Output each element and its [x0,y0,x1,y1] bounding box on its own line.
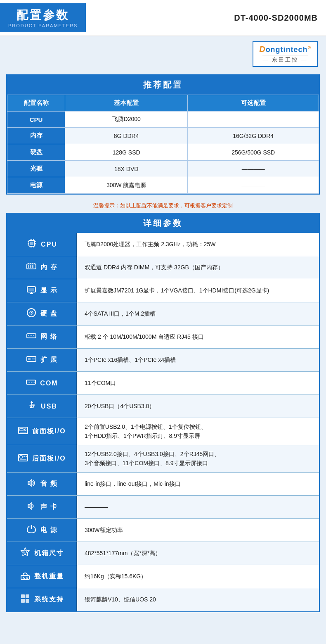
rec-row-name: 光驱 [7,161,65,177]
detail-row: 系统支持 银河麒麟V10、统信UOS 20 [7,588,319,611]
detail-label-expand: 扩 展 [7,349,77,371]
svg-text:KG: KG [23,576,29,580]
power-icon [26,523,37,537]
detail-row: 显 示 扩展景嘉微JM7201 1G显卡，1个VGA接口、1个HDMI接口(可选… [7,279,319,302]
header: 配置参数 PRODUCT PARAMETERS DT-4000-SD2000MB [0,0,326,36]
detail-value-rear: 12个USB2.0接口、4个USB3.0接口、2个RJ45网口、3个音频接口、1… [77,445,319,472]
front-icon [17,425,29,438]
rec-row-optional: 16G/32G DDR4 [188,128,319,144]
cpu-icon [26,238,38,251]
rec-row: 内存 8G DDR4 16G/32G DDR4 [7,128,319,144]
detail-label-usb: USB [7,395,77,418]
mem-icon [26,261,37,274]
svg-rect-1 [30,242,33,245]
rec-row: 光驱 18X DVD ———— [7,161,319,177]
detail-value-chassis: 482*551*177mm（宽*深*高） [77,542,319,565]
detail-row: COM 11个COM口 [7,372,319,395]
rear-icon [17,452,29,466]
logo-subtitle: — 东田工控 — [262,55,307,64]
col-basic: 基本配置 [65,95,188,112]
detail-value-os: 银河麒麟V10、统信UOS 20 [77,588,319,611]
detail-value-usb: 20个USB口（4个USB3.0） [77,395,319,418]
detail-row: CPU 飞腾D2000处理器，工作主频 2.3GHz，功耗：25W [7,233,319,256]
rec-row: 电源 300W 航嘉电源 ———— [7,177,319,194]
svg-point-38 [28,382,28,383]
display-icon [26,284,37,297]
detail-label-text: 机箱尺寸 [34,549,64,558]
expand-icon [26,353,37,367]
svg-rect-35 [28,358,31,360]
detail-label-weight: KG 整机重量 [7,565,77,588]
detail-row: 扩 展 1个PCIe x16插槽、1个PCIe x4插槽 [7,349,319,372]
rec-row-name: CPU [7,112,65,128]
os-icon [19,593,31,606]
detail-label-rear: 后面板I/O [7,445,77,472]
svg-point-41 [33,382,33,383]
detail-value-display: 扩展景嘉微JM7201 1G显卡，1个VGA接口、1个HDMI接口(可选2G显卡… [77,279,319,302]
chassis-icon [19,547,31,560]
detail-label-text: 后面板I/O [32,454,66,463]
svg-rect-16 [30,265,31,268]
detail-label-display: 显 示 [7,279,77,302]
detail-value-net: 板载 2 个 10M/100M/1000M 自适应 RJ45 接口 [77,326,319,348]
recommended-table: 配置名称 基本配置 可选配置 CPU 飞腾D2000 ———— 内存 8G DD… [7,95,319,194]
recommended-title: 推荐配置 [7,75,319,95]
rec-row-basic: 8G DDR4 [65,128,188,144]
detail-label-chassis: 机箱尺寸 [7,542,77,565]
svg-rect-52 [26,456,27,457]
detail-label-text: 系统支持 [34,595,64,604]
svg-point-28 [31,312,32,314]
rec-row-optional: 256G/500G SSD [188,144,319,161]
detail-row: 后面板I/O 12个USB2.0接口、4个USB3.0接口、2个RJ45网口、3… [7,445,319,473]
svg-point-47 [24,429,26,430]
detail-label-text: 扩 展 [40,356,58,364]
soundcard-icon [26,500,37,514]
detail-label-cpu: CPU [7,233,77,256]
rec-row-name: 硬盘 [7,144,65,161]
detail-label-hdd: 硬 盘 [7,302,77,325]
detail-label-net: 网 络 [7,326,77,348]
detail-label-os: 系统支持 [7,588,77,611]
detail-label-mem: 内 存 [7,256,77,279]
detail-value-power: 300W额定功率 [77,519,319,542]
detail-label-text: 整机重量 [34,572,64,581]
svg-rect-15 [28,265,29,268]
header-title-en: PRODUCT PARAMETERS [8,23,78,28]
detail-row: 音 频 line-in接口，line-out接口，Mic-in接口 [7,473,319,496]
detail-value-audio: line-in接口，line-out接口，Mic-in接口 [77,473,319,495]
svg-rect-61 [26,599,29,603]
svg-rect-59 [26,594,29,598]
detail-row: 网 络 板载 2 个 10M/100M/1000M 自适应 RJ45 接口 [7,326,319,349]
detail-label-text: 网 络 [40,333,58,341]
detail-row: KG 整机重量 约16Kg（实称15.6KG） [7,565,319,588]
svg-rect-51 [24,456,25,457]
detail-label-text: 电 源 [40,526,58,535]
rec-row-optional: ———— [188,112,319,128]
rec-row-basic: 飞腾D2000 [65,112,188,128]
rec-row-basic: 300W 航嘉电源 [65,177,188,194]
svg-rect-23 [28,288,34,291]
logo-box: Dongtintech® — 东田工控 — [253,41,318,67]
rec-row-name: 电源 [7,177,65,194]
logo-area: Dongtintech® — 东田工控 — [0,36,326,70]
detail-label-text: 硬 盘 [40,309,58,318]
detail-row: USB 20个USB口（4个USB3.0） [7,395,319,418]
net-icon [26,330,37,344]
detail-title: 详细参数 [7,214,319,233]
header-left: 配置参数 PRODUCT PARAMETERS [0,3,86,32]
detail-label-text: USB [41,403,57,410]
detail-value-weight: 约16Kg（实称15.6KG） [77,565,319,588]
detail-label-text: 内 存 [40,263,58,272]
col-optional: 可选配置 [188,95,319,112]
header-title-cn: 配置参数 [17,7,69,23]
svg-rect-50 [20,456,22,458]
header-right: DT-4000-SD2000MB [234,13,318,23]
weight-icon: KG [19,570,31,583]
detail-label-text: 显 示 [40,286,58,295]
detail-label-text: COM [40,380,58,387]
svg-rect-17 [32,265,33,268]
detail-label-front: 前面板I/O [7,418,77,445]
recommended-section: 推荐配置 配置名称 基本配置 可选配置 CPU 飞腾D2000 ———— 内存 … [6,74,320,195]
detail-label-text: 音 频 [40,480,58,488]
rec-row-basic: 128G SSD [65,144,188,161]
